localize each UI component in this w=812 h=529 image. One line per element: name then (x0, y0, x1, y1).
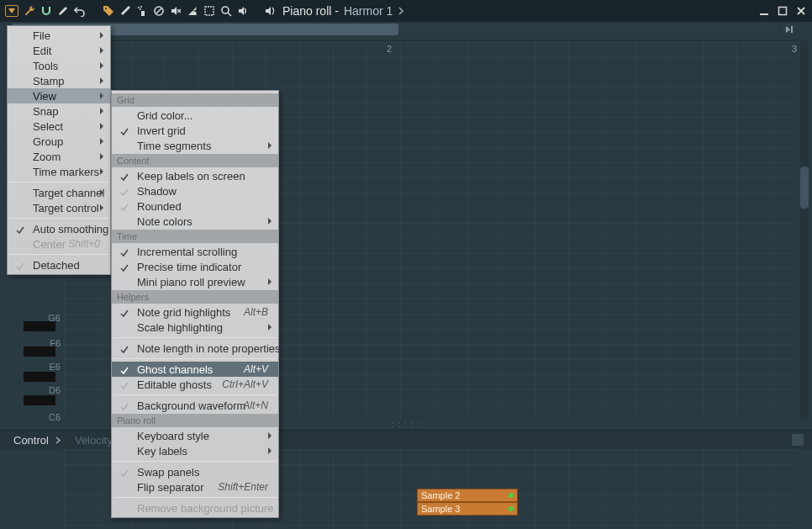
svg-point-1 (138, 7, 140, 8)
undo-icon[interactable] (74, 5, 86, 17)
check-icon (120, 172, 129, 180)
titlebar-left-tools (5, 5, 249, 17)
menu-grid-color[interactable]: Grid color... (112, 108, 278, 123)
control-chevron-icon[interactable] (55, 436, 61, 444)
magnet-icon[interactable] (40, 5, 52, 17)
slice-icon[interactable] (187, 5, 198, 17)
tag-icon[interactable] (103, 5, 114, 17)
piano-roll-main-menu: File Edit Tools Stamp View Snap Select G… (7, 25, 111, 275)
sample-label: Sample 3 (421, 504, 460, 514)
maximize-button[interactable] (777, 5, 788, 17)
sample-active-dot (509, 493, 514, 498)
black-key[interactable] (24, 346, 55, 357)
svg-rect-5 (205, 7, 214, 15)
section-pianoroll: Piano roll (112, 414, 278, 427)
menu-swap-panels[interactable]: Swap panels (112, 464, 278, 479)
check-icon (120, 468, 129, 476)
vertical-scrollbar[interactable] (800, 40, 809, 420)
panel-drag-handle[interactable]: : : : : : (392, 420, 420, 429)
check-icon (120, 308, 129, 316)
bar-number: 2 (387, 44, 392, 54)
menu-view[interactable]: View (8, 88, 110, 103)
key-label: E6 (50, 362, 61, 372)
menu-group[interactable]: Group (8, 134, 110, 149)
options-menu-button[interactable] (5, 5, 18, 17)
menu-invert-grid[interactable]: Invert grid (112, 123, 278, 138)
menu-stamp[interactable]: Stamp (8, 73, 110, 88)
black-key[interactable] (24, 372, 55, 382)
menu-zoom[interactable]: Zoom (8, 149, 110, 164)
close-button[interactable] (795, 5, 807, 17)
velocity-label: Velocity (75, 434, 113, 447)
menu-incremental-scrolling[interactable]: Incremental scrolling (112, 244, 278, 259)
menu-time-segments[interactable]: Time segments (112, 138, 278, 153)
menu-note-length-prop[interactable]: Note length in note properties (112, 341, 278, 356)
menu-keep-labels[interactable]: Keep labels on screen (112, 168, 278, 183)
menu-detached[interactable]: Detached (8, 257, 110, 272)
control-label: Control (13, 434, 49, 447)
menu-background-waveform[interactable]: Background waveformAlt+N (112, 398, 278, 413)
sample-clip[interactable]: Sample 3 (417, 502, 518, 516)
vertical-scrollbar-thumb[interactable] (800, 167, 809, 209)
svg-point-0 (105, 8, 107, 9)
menu-mini-preview[interactable]: Mini piano roll preview (112, 274, 278, 289)
window-title: Piano roll - Harmor 1 (282, 4, 404, 18)
menu-shadow[interactable]: Shadow (112, 183, 278, 198)
speaker-title-icon (264, 5, 276, 17)
timeline-end-button[interactable] (783, 24, 795, 35)
play-icon[interactable] (237, 5, 249, 17)
black-key[interactable] (24, 321, 55, 331)
section-content: Content (112, 154, 278, 167)
menu-select[interactable]: Select (8, 119, 110, 134)
check-icon (120, 126, 129, 135)
check-icon (120, 262, 129, 271)
menu-snap[interactable]: Snap (8, 103, 110, 119)
pencil-icon[interactable] (57, 5, 69, 17)
timeline-scrollbar[interactable] (12, 24, 778, 35)
menu-ghost-channels[interactable]: Ghost channelsAlt+V (112, 362, 278, 377)
check-icon (120, 187, 129, 195)
svg-point-2 (140, 6, 142, 8)
menu-tools[interactable]: Tools (8, 58, 110, 73)
menu-target-control[interactable]: Target control (8, 200, 110, 215)
sample-clip[interactable]: Sample 2 (417, 489, 518, 502)
menu-scale-highlighting[interactable]: Scale highlighting (112, 320, 278, 335)
menu-auto-smoothing[interactable]: Auto smoothing (8, 221, 110, 236)
section-helpers: Helpers (112, 290, 278, 304)
menu-note-colors[interactable]: Note colors (112, 214, 278, 229)
menu-key-labels[interactable]: Key labels (112, 443, 278, 458)
check-icon (120, 401, 129, 410)
menu-note-highlights[interactable]: Note grid highlightsAlt+B (112, 304, 278, 320)
title-right: Harmor 1 (344, 4, 393, 18)
menu-keyboard-style[interactable]: Keyboard style (112, 428, 278, 443)
minimize-button[interactable] (758, 5, 770, 17)
check-icon (16, 261, 24, 269)
zoom-icon[interactable] (220, 5, 232, 17)
menu-center[interactable]: CenterShift+0 (8, 236, 110, 251)
menu-target-channel[interactable]: Target channel (8, 185, 110, 200)
key-label: C6 (49, 412, 61, 422)
svg-rect-7 (760, 13, 768, 15)
menu-precise-time[interactable]: Precise time indicator (112, 259, 278, 274)
bar-number: 3 (792, 44, 797, 54)
menu-rounded[interactable]: Rounded (112, 198, 278, 214)
spray-icon[interactable] (136, 5, 148, 17)
mute-icon[interactable] (170, 5, 182, 17)
select-icon[interactable] (203, 5, 215, 17)
check-icon (16, 225, 24, 233)
sample-label: Sample 2 (421, 490, 460, 500)
brush-icon[interactable] (119, 5, 131, 17)
key-label: D6 (49, 385, 61, 395)
erase-icon[interactable] (153, 5, 165, 17)
menu-time-markers[interactable]: Time markers (8, 164, 110, 179)
black-key[interactable] (24, 395, 55, 405)
control-panel-collapse[interactable] (792, 434, 804, 446)
menu-remove-bg-picture[interactable]: Remove background picture (112, 500, 278, 516)
svg-rect-9 (791, 26, 793, 33)
menu-edit[interactable]: Edit (8, 43, 110, 58)
menu-file[interactable]: File (8, 28, 110, 43)
wrench-icon[interactable] (24, 5, 35, 17)
title-chevron-icon[interactable] (398, 7, 404, 15)
menu-editable-ghosts[interactable]: Editable ghostsCtrl+Alt+V (112, 377, 278, 392)
menu-flip-separator[interactable]: Flip separatorShift+Enter (112, 479, 278, 495)
